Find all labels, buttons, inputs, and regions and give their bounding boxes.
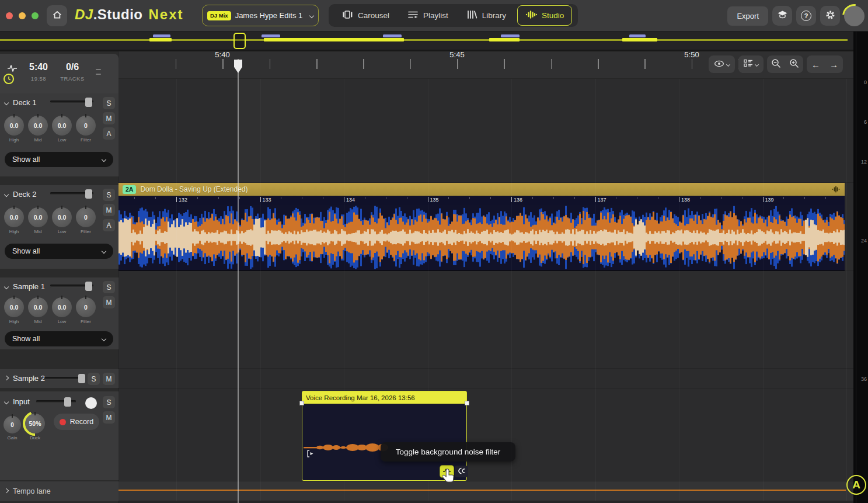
mute-button[interactable]: M	[103, 411, 115, 424]
record-button[interactable]: Record	[54, 414, 99, 430]
voice-recording-clip[interactable]: Voice Recording Mar 16, 2026 13:56 ⌐	[302, 391, 467, 481]
minimap-transition-marker[interactable]	[629, 34, 646, 37]
filter-knob[interactable]: 0	[76, 297, 96, 317]
minimap-transition-marker[interactable]	[153, 34, 170, 37]
vertical-scrollbar[interactable]: 06122436	[853, 32, 868, 503]
voice-settings-button[interactable]	[455, 466, 468, 477]
volume-slider[interactable]	[50, 282, 93, 291]
mute-button[interactable]: M	[103, 296, 115, 308]
minimap-mix-segment[interactable]	[489, 38, 520, 41]
tab-library[interactable]: Library	[459, 6, 514, 25]
noise-filter-toggle-button[interactable]	[440, 466, 454, 477]
minimap-transition-marker[interactable]	[262, 34, 280, 37]
lane-deck-2[interactable]: 2A Dom Dolla - Saving Up (Extended) 1321…	[118, 183, 853, 271]
eq-high-knob[interactable]: 0.0	[4, 297, 24, 317]
effects-filter-dropdown[interactable]: Show all	[5, 152, 113, 167]
zoom-out-button[interactable]	[767, 55, 785, 73]
automation-button[interactable]: A	[103, 127, 115, 140]
eq-low-knob[interactable]: 0.0	[52, 116, 72, 136]
clock-icon[interactable]	[3, 73, 15, 87]
collapse-chevron-icon[interactable]	[4, 192, 9, 197]
tab-carousel[interactable]: Carousel	[334, 6, 397, 25]
collapse-chevron-icon[interactable]	[4, 100, 9, 105]
volume-slider[interactable]	[44, 374, 84, 383]
solo-button[interactable]: S	[103, 281, 115, 293]
eq-high-knob[interactable]: 0.0	[4, 207, 24, 227]
zoom-in-button[interactable]	[785, 55, 803, 73]
minimap-mix-segment[interactable]	[622, 38, 657, 41]
mute-button[interactable]: M	[103, 373, 115, 385]
minimap-mix-segment[interactable]	[264, 38, 396, 41]
knob-label: High	[2, 229, 26, 234]
solo-button[interactable]: S	[103, 189, 115, 201]
gain-knob[interactable]: 0	[4, 416, 21, 433]
tab-studio[interactable]: Studio	[517, 5, 572, 26]
minimap-transition-marker[interactable]	[383, 34, 402, 37]
lane-tempo[interactable]	[118, 481, 853, 501]
window-minimize-button[interactable]	[19, 12, 26, 19]
lane-input[interactable]	[118, 389, 853, 481]
solo-button[interactable]: S	[88, 373, 100, 385]
solo-button[interactable]: S	[103, 396, 115, 408]
user-avatar[interactable]	[844, 6, 864, 26]
effects-filter-dropdown[interactable]: Show all	[5, 331, 113, 346]
scroll-right-button[interactable]: →	[825, 55, 843, 73]
duck-knob[interactable]: 50%	[25, 414, 45, 433]
lane-sample-2[interactable]	[118, 369, 853, 389]
track-waveform[interactable]	[118, 205, 845, 270]
solo-button[interactable]: S	[103, 97, 115, 109]
expand-chevron-icon[interactable]	[4, 376, 9, 380]
eq-mid-knob[interactable]: 0.0	[28, 116, 48, 136]
collapse-chevron-icon[interactable]	[4, 400, 9, 404]
eq-mid-knob[interactable]: 0.0	[28, 297, 48, 317]
settings-button[interactable]	[820, 6, 840, 26]
eq-high-knob[interactable]: 0.0	[4, 116, 24, 136]
window-close-button[interactable]	[6, 12, 13, 19]
track-header[interactable]: 2A Dom Dolla - Saving Up (Extended)	[118, 183, 845, 196]
clip-resize-handle-left[interactable]	[299, 401, 304, 405]
export-button[interactable]: Export	[727, 6, 768, 26]
scroll-left-button[interactable]: ←	[807, 55, 825, 73]
clip-resize-handle-right[interactable]	[465, 401, 469, 405]
tempo-automation-line[interactable]	[118, 490, 846, 491]
voice-clip-header[interactable]: Voice Recording Mar 16, 2026 13:56	[302, 391, 466, 404]
mute-button[interactable]: M	[103, 204, 115, 216]
filter-knob[interactable]: 0	[76, 116, 96, 136]
fade-in-handle-icon[interactable]	[306, 449, 315, 460]
time-ruler[interactable]: 5:40 5:45 5:50	[118, 51, 853, 79]
view-options-button[interactable]	[709, 55, 735, 73]
window-zoom-button[interactable]	[32, 12, 39, 19]
drag-handle[interactable]	[96, 74, 101, 75]
track-clip-dom-dolla[interactable]: 2A Dom Dolla - Saving Up (Extended) 1321…	[118, 183, 845, 271]
automation-button[interactable]: A	[103, 219, 115, 231]
ruler-time-label: 5:50	[684, 50, 699, 59]
learn-button[interactable]	[772, 6, 792, 26]
minimap-transition-marker[interactable]	[501, 34, 520, 37]
minimap-mix-segment[interactable]	[149, 38, 172, 41]
filter-knob[interactable]: 0	[76, 207, 96, 227]
expand-chevron-icon[interactable]	[4, 488, 9, 493]
input-volume-slider[interactable]	[36, 397, 76, 407]
mute-button[interactable]: M	[103, 112, 115, 124]
eq-low-knob[interactable]: 0.0	[52, 207, 72, 227]
playhead-line[interactable]	[238, 59, 239, 503]
tab-playlist[interactable]: Playlist	[400, 6, 456, 25]
lane-layout-button[interactable]	[738, 55, 764, 73]
monitor-toggle-button[interactable]	[85, 397, 97, 409]
lane-sample-1[interactable]	[118, 271, 853, 369]
collapse-chevron-icon[interactable]	[4, 285, 9, 289]
minimap-viewport-box[interactable]	[233, 33, 246, 49]
home-button[interactable]	[47, 5, 67, 26]
minimap-mix-segment[interactable]	[378, 38, 404, 41]
timeline-area[interactable]: 5:40 5:45 5:50	[118, 51, 853, 503]
effects-filter-dropdown[interactable]: Show all	[5, 244, 113, 259]
eq-low-knob[interactable]: 0.0	[52, 297, 72, 317]
volume-slider[interactable]	[50, 189, 93, 199]
help-button[interactable]: ?	[796, 6, 816, 26]
drag-handle[interactable]	[96, 69, 101, 70]
volume-slider[interactable]	[50, 98, 93, 107]
overview-minimap[interactable]	[0, 32, 868, 51]
eq-mid-knob[interactable]: 0.0	[28, 207, 48, 227]
mix-selector-dropdown[interactable]: DJ Mix James Hype Edits 1	[202, 5, 319, 26]
lane-deck-1[interactable]	[118, 79, 853, 183]
